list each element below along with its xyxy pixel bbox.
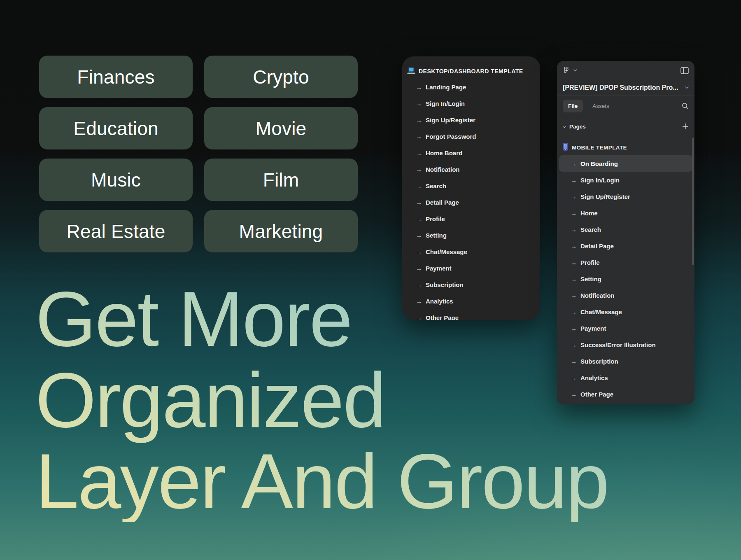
figma-panel-toolbar [557,61,694,80]
page-item-label: Profile [580,259,600,266]
page-item-label: Search [580,226,601,233]
mobile-template-title: MOBILE TEMPLATE [572,145,627,151]
arrow-icon: → [416,249,422,255]
main-menu-chevron-icon[interactable] [573,69,577,72]
figma-logo-icon [563,66,570,75]
page-item-label: Detail Page [426,199,459,206]
file-title-chevron-icon[interactable] [685,86,689,89]
page-item-label: Search [426,182,446,189]
category-button-movie[interactable]: Movie [204,107,358,149]
desktop-page-item[interactable]: →Profile [402,210,540,227]
sidebar-toggle-icon[interactable] [680,67,689,74]
category-button-finances[interactable]: Finances [39,56,193,98]
desktop-page-item[interactable]: →Sign Up/Register [402,112,540,128]
page-item-label: Chat/Message [426,248,467,255]
desktop-page-item[interactable]: →Search [402,177,540,194]
headline-line: Organized [35,359,608,441]
tab-file[interactable]: File [563,100,583,112]
category-button-real-estate[interactable]: Real Estate [39,210,193,252]
arrow-icon: → [416,232,422,238]
page-item-label: Detail Page [580,243,614,250]
arrow-icon: → [416,84,422,90]
arrow-icon: → [416,183,422,189]
panel-tabs: File Assets [557,96,694,116]
category-button-film[interactable]: Film [204,159,358,201]
desktop-page-item[interactable]: →Home Board [402,145,540,161]
scrollbar-thumb[interactable] [692,138,694,265]
arrow-icon: → [416,100,422,107]
mobile-page-item[interactable]: →Detail Page [559,238,692,254]
arrow-icon: → [571,194,577,200]
divider [557,137,694,137]
arrow-icon: → [571,210,577,216]
desktop-page-item[interactable]: →Forgot Password [402,128,540,145]
page-item-label: On Boarding [580,160,618,167]
headline: Get More Organized Layer And Group [35,278,608,522]
pages-label: Pages [569,124,586,130]
page-item-label: Sign Up/Register [426,117,475,124]
arrow-icon: → [416,265,422,271]
file-title-row: [PREVIEW] DPOP Subscription Pro... [557,80,694,96]
desktop-template-title: DESKTOP/DASHBOARD TEMPLATE [419,68,523,75]
page-item-label: Sign Up/Register [580,193,630,200]
arrow-icon: → [416,199,422,205]
desktop-template-header: DESKTOP/DASHBOARD TEMPLATE [402,64,540,79]
category-button-marketing[interactable]: Marketing [204,210,358,252]
arrow-icon: → [571,243,577,249]
laptop-icon [407,67,415,76]
mobile-page-item[interactable]: →Search [559,221,692,238]
arrow-icon: → [571,259,577,266]
arrow-icon: → [571,177,577,183]
mobile-page-item[interactable]: →Sign In/Login [559,172,692,188]
mobile-template-header[interactable]: MOBILE TEMPLATE [557,141,694,154]
arrow-icon: → [416,166,422,173]
mobile-page-item[interactable]: →Home [559,205,692,221]
page-item-label: Home Board [426,149,462,156]
page-item-label: Profile [426,215,445,222]
arrow-icon: → [416,133,422,140]
promo-canvas: FinancesCryptoEducationMovieMusicFilmRea… [0,0,741,560]
page-item-label: Sign In/Login [580,177,620,184]
arrow-icon: → [416,150,422,156]
page-item-label: Forgot Password [426,133,476,140]
mobile-phone-icon [563,143,568,152]
category-grid: FinancesCryptoEducationMovieMusicFilmRea… [39,56,358,252]
arrow-icon: → [571,161,577,167]
desktop-page-item[interactable]: →Setting [402,227,540,243]
headline-line: Layer And Group [35,441,608,522]
page-item-label: Setting [426,232,447,239]
headline-line: Get More [35,278,608,359]
page-item-label: Sign In/Login [426,100,465,107]
arrow-icon: → [416,216,422,222]
page-item-label: Landing Page [426,84,466,91]
category-button-education[interactable]: Education [39,107,193,149]
desktop-page-item[interactable]: →Sign In/Login [402,95,540,112]
page-item-label: Notification [426,166,460,173]
mobile-page-item[interactable]: →On Boarding [559,155,692,172]
category-button-music[interactable]: Music [39,159,193,201]
desktop-page-item[interactable]: →Landing Page [402,79,540,95]
arrow-icon: → [416,117,422,123]
mobile-page-item[interactable]: →Sign Up/Register [559,188,692,205]
desktop-page-item[interactable]: →Notification [402,161,540,177]
arrow-icon: → [571,226,577,233]
pages-section-header: Pages [557,116,694,137]
page-item-label: Home [580,210,598,217]
desktop-page-item[interactable]: →Payment [402,260,540,276]
desktop-page-item[interactable]: →Detail Page [402,194,540,210]
tab-assets[interactable]: Assets [587,100,615,112]
category-button-crypto[interactable]: Crypto [204,56,358,98]
page-item-label: Payment [426,265,452,272]
search-icon[interactable] [682,103,689,110]
desktop-page-item[interactable]: →Chat/Message [402,243,540,260]
mobile-page-item[interactable]: →Profile [559,254,692,271]
add-page-button[interactable] [682,123,689,130]
chevron-down-icon[interactable] [563,123,566,130]
file-title: [PREVIEW] DPOP Subscription Pro... [563,84,678,91]
